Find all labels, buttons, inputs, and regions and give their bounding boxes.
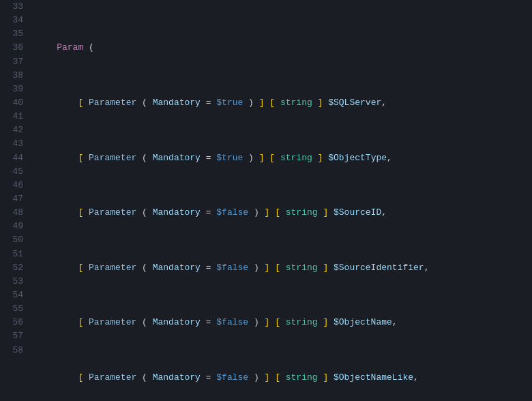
line-num-37: 37	[5, 55, 23, 69]
line-num-45: 45	[5, 165, 23, 179]
line-num-40: 40	[5, 96, 23, 110]
code-line-33: Param (	[35, 41, 532, 55]
code-line-34: [ Parameter ( Mandatory = $true ) ] [ st…	[35, 96, 532, 110]
line-num-51: 51	[5, 248, 23, 261]
line-num-52: 52	[5, 261, 23, 275]
line-num-39: 39	[5, 83, 23, 96]
code-line-35: [ Parameter ( Mandatory = $true ) ] [ st…	[35, 151, 532, 165]
code-line-37: [ Parameter ( Mandatory = $false ) ] [ s…	[35, 261, 532, 275]
line-num-34: 34	[5, 14, 23, 27]
line-num-43: 43	[5, 137, 23, 151]
code-lines: Param ( [ Parameter ( Mandatory = $true …	[31, 0, 532, 401]
line-num-49: 49	[5, 220, 23, 233]
line-num-36: 36	[5, 41, 23, 55]
line-num-57: 57	[5, 329, 23, 343]
line-num-56: 56	[5, 316, 23, 329]
line-num-41: 41	[5, 110, 23, 123]
line-num-42: 42	[5, 123, 23, 137]
line-num-47: 47	[5, 192, 23, 206]
line-num-46: 46	[5, 179, 23, 192]
code-line-39: [ Parameter ( Mandatory = $false ) ] [ s…	[35, 371, 532, 385]
code-line-38: [ Parameter ( Mandatory = $false ) ] [ s…	[35, 316, 532, 329]
line-num-55: 55	[5, 302, 23, 316]
line-num-48: 48	[5, 206, 23, 220]
line-num-54: 54	[5, 288, 23, 302]
line-num-33: 33	[5, 0, 23, 14]
line-numbers: 33 34 35 36 37 38 39 40 41 42 43 44 45 4…	[0, 0, 31, 401]
line-num-53: 53	[5, 275, 23, 288]
code-line-36: [ Parameter ( Mandatory = $false ) ] [ s…	[35, 206, 532, 220]
line-num-58: 58	[5, 344, 23, 357]
code-editor: 33 34 35 36 37 38 39 40 41 42 43 44 45 4…	[0, 0, 532, 401]
line-num-35: 35	[5, 27, 23, 41]
line-num-44: 44	[5, 151, 23, 165]
line-num-38: 38	[5, 69, 23, 83]
line-num-50: 50	[5, 233, 23, 247]
